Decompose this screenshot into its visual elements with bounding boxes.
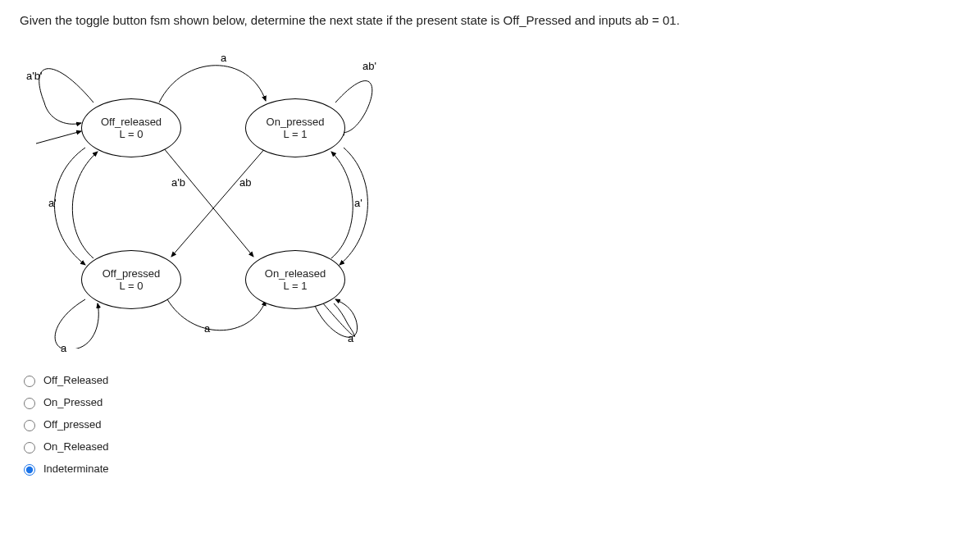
radio-indeterminate[interactable] xyxy=(24,464,35,476)
state-name: Off_released xyxy=(82,116,180,128)
option-on-pressed[interactable]: On_Pressed xyxy=(20,395,960,409)
state-off-pressed: Off_pressed L = 0 xyxy=(81,250,181,309)
fsm-diagram: Off_released L = 0 On_pressed L = 1 Off_… xyxy=(20,37,381,349)
option-off-released[interactable]: Off_Released xyxy=(20,373,960,387)
option-indeterminate[interactable]: Indeterminate xyxy=(20,462,960,476)
edge-label: a' xyxy=(354,197,362,209)
question-text: Given the toggle button fsm shown below,… xyxy=(20,13,960,27)
state-name: On_released xyxy=(246,267,344,280)
option-label: On_Released xyxy=(43,440,109,453)
option-label: Off_pressed xyxy=(43,418,102,431)
edge-label: a xyxy=(221,52,226,64)
radio-on-pressed[interactable] xyxy=(24,398,35,409)
state-output: L = 1 xyxy=(246,280,344,292)
state-name: Off_pressed xyxy=(82,267,180,280)
edge-label: a'b' xyxy=(26,70,42,82)
edge-label: a'b xyxy=(171,176,185,189)
radio-off-released[interactable] xyxy=(24,376,35,387)
state-name: On_pressed xyxy=(246,116,344,128)
state-output: L = 1 xyxy=(246,128,344,140)
edge-label: a xyxy=(61,342,66,354)
edge-label: a xyxy=(204,322,210,335)
edge-label: ab' xyxy=(362,60,376,72)
radio-on-released[interactable] xyxy=(24,442,35,453)
edge-label: a' xyxy=(348,332,356,344)
radio-off-pressed[interactable] xyxy=(24,420,35,431)
state-on-pressed: On_pressed L = 1 xyxy=(245,98,345,157)
answer-options: Off_Released On_Pressed Off_pressed On_R… xyxy=(20,373,960,476)
option-label: Off_Released xyxy=(43,374,108,386)
state-output: L = 0 xyxy=(82,128,180,140)
option-label: Indeterminate xyxy=(43,463,109,475)
state-output: L = 0 xyxy=(82,280,180,292)
option-on-released[interactable]: On_Released xyxy=(20,440,960,453)
option-label: On_Pressed xyxy=(43,396,103,408)
state-off-released: Off_released L = 0 xyxy=(81,98,181,157)
edge-label: a' xyxy=(48,197,57,209)
option-off-pressed[interactable]: Off_pressed xyxy=(20,417,960,431)
state-on-released: On_released L = 1 xyxy=(245,250,345,309)
edge-label: ab xyxy=(239,176,251,189)
